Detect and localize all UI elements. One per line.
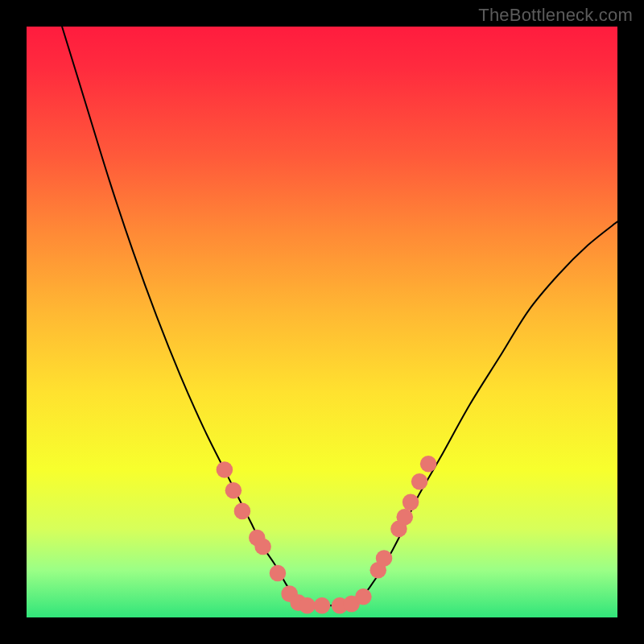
data-dot (420, 456, 437, 473)
chart-frame: TheBottleneck.com (0, 0, 644, 644)
watermark-text: TheBottleneck.com (478, 5, 633, 26)
bottleneck-curve-path (62, 27, 617, 606)
data-dot (270, 565, 287, 582)
data-dot (254, 539, 271, 555)
data-dot (376, 550, 393, 567)
data-dot (411, 473, 428, 490)
data-dot (355, 588, 372, 605)
data-dot (314, 597, 331, 614)
data-dot (234, 503, 251, 520)
data-dot (402, 494, 419, 511)
data-dot (217, 461, 233, 478)
data-dot (225, 482, 242, 499)
data-dot (299, 597, 316, 614)
data-dots (217, 456, 437, 614)
chart-overlay-svg (27, 27, 617, 617)
data-dot (396, 509, 413, 526)
bottleneck-curve (62, 27, 617, 606)
